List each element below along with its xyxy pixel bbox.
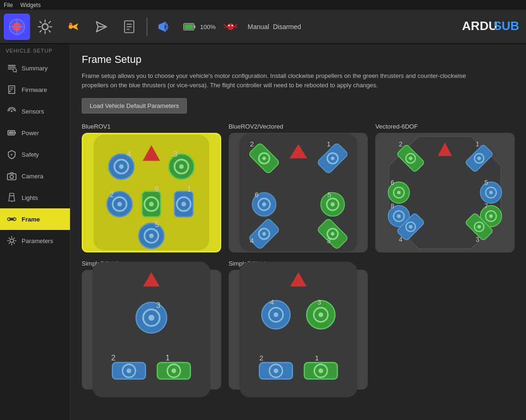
frame-icon bbox=[7, 214, 17, 224]
menu-file[interactable]: File bbox=[4, 2, 13, 8]
load-defaults-button[interactable]: Load Vehicle Default Parameters bbox=[82, 98, 187, 114]
svg-line-20 bbox=[234, 27, 237, 28]
svg-text:4: 4 bbox=[270, 298, 274, 306]
parameters-icon bbox=[7, 236, 17, 246]
sidebar: Vehicle Setup Summary Firmware bbox=[0, 44, 70, 420]
sidebar-label-safety: Safety bbox=[22, 151, 39, 158]
sidebar-label-sensors: Sensors bbox=[22, 108, 44, 115]
frame-section-bluerov1: BlueROV1 4 bbox=[82, 123, 221, 252]
simplerov3-diagram: 3 2 1 bbox=[86, 256, 217, 403]
svg-point-59 bbox=[117, 202, 122, 206]
sidebar-item-power[interactable]: Power bbox=[0, 122, 70, 144]
page-title: Frame Setup bbox=[82, 53, 515, 66]
svg-text:1: 1 bbox=[187, 185, 192, 193]
svg-point-30 bbox=[11, 110, 13, 112]
simplerov4-diagram: 4 3 2 bbox=[233, 256, 364, 403]
sidebar-item-frame[interactable]: Frame bbox=[0, 208, 70, 230]
sidebar-item-summary[interactable]: Summary bbox=[0, 57, 70, 79]
sidebar-item-firmware[interactable]: Firmware bbox=[0, 79, 70, 100]
battery-status: 100% bbox=[183, 22, 216, 31]
svg-text:1: 1 bbox=[326, 140, 330, 148]
svg-text:6: 6 bbox=[155, 185, 159, 193]
page-description: Frame setup allows you to choose your ve… bbox=[82, 71, 467, 90]
ardusub-logo: ARDU SUB bbox=[461, 17, 522, 37]
svg-text:6: 6 bbox=[391, 179, 394, 186]
svg-point-55 bbox=[179, 164, 184, 169]
sidebar-header: Vehicle Setup bbox=[0, 44, 70, 57]
sensors-icon bbox=[7, 106, 17, 116]
sidebar-label-lights: Lights bbox=[22, 194, 38, 201]
firmware-icon bbox=[7, 84, 17, 95]
svg-text:5: 5 bbox=[327, 191, 331, 199]
frame-card-simplerov3[interactable]: 3 2 1 bbox=[82, 270, 221, 389]
svg-rect-41 bbox=[10, 218, 13, 221]
sidebar-label-frame: Frame bbox=[22, 216, 40, 223]
battery-percentage: 100% bbox=[200, 23, 216, 31]
menu-bar: File Widgets bbox=[0, 0, 526, 10]
svg-text:3: 3 bbox=[173, 150, 178, 158]
svg-line-26 bbox=[16, 71, 17, 72]
sidebar-item-lights[interactable]: Lights bbox=[0, 187, 70, 208]
svg-point-29 bbox=[9, 91, 11, 92]
send-button[interactable] bbox=[88, 14, 115, 40]
svg-text:3: 3 bbox=[156, 301, 160, 309]
toolbar: 100% Manual Disarmed ARDU SUB bbox=[0, 10, 526, 44]
svg-point-137 bbox=[148, 315, 155, 321]
svg-point-4 bbox=[42, 24, 48, 30]
frame-section-empty bbox=[375, 260, 515, 389]
svg-text:2: 2 bbox=[110, 191, 114, 199]
svg-point-145 bbox=[171, 368, 176, 373]
frame-card-bluerov1[interactable]: 4 3 2 6 bbox=[82, 133, 221, 252]
svg-rect-14 bbox=[194, 25, 195, 28]
svg-text:SUB: SUB bbox=[494, 19, 519, 33]
waypoints-button[interactable] bbox=[60, 14, 86, 40]
svg-rect-15 bbox=[185, 24, 193, 30]
svg-point-89 bbox=[331, 202, 335, 206]
lights-icon bbox=[7, 192, 17, 203]
frame-section-simplerov3: SimpleROV-3 3 bbox=[82, 260, 221, 389]
svg-point-115 bbox=[489, 191, 493, 195]
frame-section-vectored6dof: Vectored-6DOF 2 bbox=[375, 123, 515, 252]
svg-rect-32 bbox=[15, 132, 15, 134]
svg-point-163 bbox=[318, 369, 323, 374]
svg-rect-35 bbox=[8, 174, 16, 180]
svg-text:8: 8 bbox=[391, 202, 394, 210]
frame-card-vectored6dof[interactable]: 2 1 6 bbox=[375, 133, 515, 252]
bluerov1-diagram: 4 3 2 6 bbox=[88, 129, 215, 256]
menu-widgets[interactable]: Widgets bbox=[20, 2, 40, 8]
settings-button[interactable] bbox=[32, 14, 58, 40]
svg-point-141 bbox=[127, 368, 132, 373]
frame-card-bluerov2[interactable]: 2 1 6 bbox=[229, 133, 368, 252]
log-button[interactable] bbox=[116, 14, 143, 40]
svg-point-21 bbox=[228, 25, 230, 27]
frame-card-simplerov4[interactable]: 4 3 2 bbox=[229, 270, 368, 389]
svg-point-111 bbox=[397, 191, 401, 195]
camera-icon bbox=[7, 171, 17, 181]
svg-point-85 bbox=[262, 202, 266, 206]
svg-text:4: 4 bbox=[127, 150, 132, 158]
home-button[interactable] bbox=[4, 14, 30, 40]
svg-point-39 bbox=[8, 218, 10, 221]
flight-mode: Manual bbox=[248, 23, 269, 31]
vectored6dof-diagram: 2 1 6 bbox=[380, 128, 510, 258]
alerts-button[interactable] bbox=[151, 14, 178, 40]
sidebar-item-parameters[interactable]: Parameters bbox=[0, 230, 70, 252]
frame-section-simplerov4: SimpleROV-4 4 bbox=[229, 260, 368, 389]
sidebar-item-sensors[interactable]: Sensors bbox=[0, 100, 70, 122]
sidebar-label-firmware: Firmware bbox=[22, 86, 47, 93]
toolbar-divider bbox=[147, 17, 147, 36]
battery-icon bbox=[183, 22, 196, 31]
svg-text:2: 2 bbox=[250, 140, 254, 148]
svg-text:3: 3 bbox=[476, 236, 480, 243]
sidebar-item-safety[interactable]: + Safety bbox=[0, 144, 70, 165]
svg-text:1: 1 bbox=[476, 140, 480, 148]
svg-point-123 bbox=[489, 214, 493, 218]
svg-point-25 bbox=[13, 69, 16, 72]
summary-icon bbox=[7, 63, 17, 73]
svg-point-36 bbox=[10, 175, 13, 178]
sidebar-item-camera[interactable]: Camera bbox=[0, 165, 70, 187]
svg-text:2: 2 bbox=[259, 354, 263, 362]
rov-icon[interactable] bbox=[217, 14, 244, 40]
svg-point-40 bbox=[14, 218, 16, 221]
svg-point-63 bbox=[149, 202, 154, 206]
